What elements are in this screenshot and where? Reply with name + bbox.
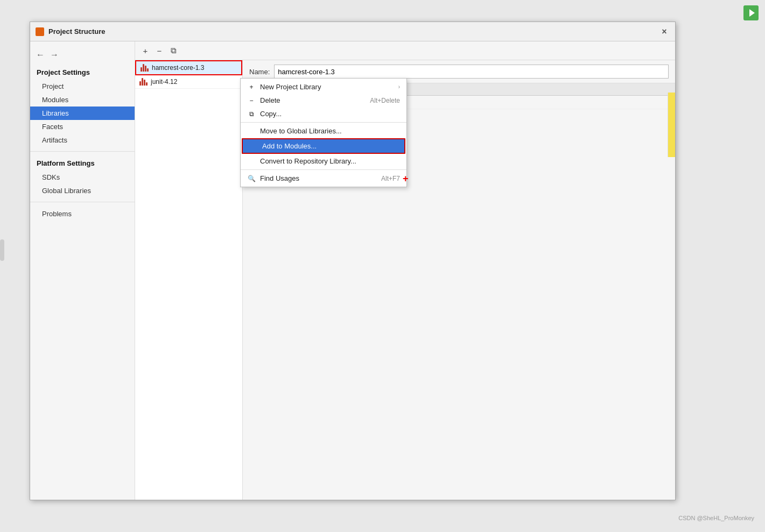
ctx-find-usages[interactable]: 🔍 Find Usages Alt+F7 (241, 172, 406, 185)
project-settings-label: Project Settings (30, 65, 135, 80)
library-icon-junit (139, 78, 148, 86)
project-structure-dialog: Project Structure × ← → Project Settings… (30, 22, 676, 500)
library-name-hamcrest: hamcrest-core-1.3 (152, 64, 204, 72)
ctx-add-to-modules[interactable]: Add to Modules... (243, 139, 404, 153)
dialog-titlebar: Project Structure × (30, 22, 675, 41)
platform-settings-label: Platform Settings (30, 156, 135, 171)
sidebar-item-problems[interactable]: Problems (30, 207, 135, 221)
ctx-find-usages-shortcut: Alt+F7 (381, 175, 400, 182)
remove-button[interactable]: − (153, 45, 165, 56)
sidebar-divider (30, 151, 135, 152)
ctx-delete-shortcut: Alt+Delete (370, 97, 400, 104)
sidebar-item-modules[interactable]: Modules (30, 93, 135, 107)
library-icon-hamcrest (141, 64, 149, 72)
sidebar: ← → Project Settings Project Modules Lib… (30, 41, 135, 500)
ctx-add-icon: + (247, 83, 256, 91)
name-label: Name: (249, 68, 270, 76)
ctx-move-to-global[interactable]: Move to Global Libraries... (241, 124, 406, 138)
sidebar-item-global-libraries[interactable]: Global Libraries (30, 184, 135, 197)
ctx-minus-icon: − (247, 97, 256, 104)
ctx-separator-1 (241, 122, 406, 123)
ctx-new-project-library[interactable]: + New Project Library › (241, 80, 406, 94)
copy-button[interactable]: ⧉ (167, 45, 179, 56)
left-scrollbar[interactable] (0, 239, 4, 261)
main-content: + − ⧉ hamcrest-core-1. (135, 41, 675, 500)
library-list: hamcrest-core-1.3 junit-4.12 (135, 60, 243, 500)
sidebar-item-artifacts[interactable]: Artifacts (30, 133, 135, 147)
sidebar-item-project[interactable]: Project (30, 80, 135, 93)
library-name-junit: junit-4.12 (151, 78, 177, 86)
ctx-find-usages-label: Find Usages (260, 174, 377, 182)
watermark: CSDN @SheHL_ProMonkey (678, 515, 754, 521)
dialog-body: ← → Project Settings Project Modules Lib… (30, 41, 675, 500)
library-item-junit[interactable]: junit-4.12 (135, 75, 242, 89)
toolbar: + − ⧉ (135, 41, 675, 60)
ctx-separator-2 (241, 169, 406, 170)
dialog-title: Project Structure (48, 27, 655, 36)
ctx-delete-label: Delete (260, 96, 366, 104)
dialog-app-icon (36, 27, 44, 36)
context-menu: + New Project Library › − Delete Alt+Del… (240, 78, 407, 187)
ctx-copy-label: Copy... (260, 110, 400, 118)
play-button[interactable] (743, 5, 759, 20)
yellow-note (668, 93, 675, 157)
sidebar-item-facets[interactable]: Facets (30, 120, 135, 133)
ctx-move-label: Move to Global Libraries... (260, 127, 400, 135)
ctx-search-icon: 🔍 (247, 175, 256, 182)
ctx-new-project-library-label: New Project Library (260, 83, 394, 91)
name-input[interactable] (274, 65, 669, 79)
close-button[interactable]: × (659, 26, 670, 37)
forward-button[interactable]: → (48, 49, 60, 61)
ctx-delete[interactable]: − Delete Alt+Delete (241, 94, 406, 107)
ctx-copy-icon: ⧉ (247, 110, 256, 118)
library-item-hamcrest[interactable]: hamcrest-core-1.3 (135, 60, 242, 75)
ctx-convert-to-repo[interactable]: Convert to Repository Library... (241, 154, 406, 168)
ctx-add-to-modules-label: Add to Modules... (262, 142, 398, 150)
sidebar-item-sdks[interactable]: SDKs (30, 171, 135, 184)
sidebar-item-libraries[interactable]: Libraries (30, 107, 135, 120)
add-button[interactable]: + (139, 45, 151, 56)
ctx-convert-label: Convert to Repository Library... (260, 157, 400, 165)
sidebar-divider-2 (30, 202, 135, 202)
ctx-copy[interactable]: ⧉ Copy... (241, 107, 406, 120)
ctx-arrow-icon: › (398, 84, 400, 90)
back-button[interactable]: ← (34, 49, 46, 61)
red-plus-icon: + (403, 173, 409, 185)
ctx-add-to-modules-wrapper: Add to Modules... (242, 138, 405, 154)
